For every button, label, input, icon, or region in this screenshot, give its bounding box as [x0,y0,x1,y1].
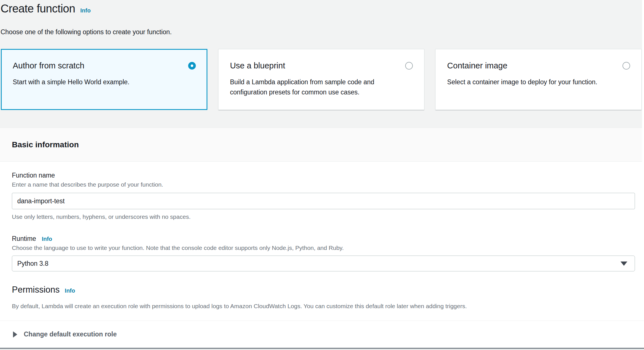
card-description: Build a Lambda application from sample c… [230,77,411,97]
card-head: Container image [447,61,630,70]
runtime-selected-value: Python 3.8 [17,260,48,267]
runtime-info-link[interactable]: Info [42,236,52,242]
function-name-description: Enter a name that describes the purpose … [12,181,635,188]
function-name-field-group: Function name Enter a name that describe… [12,171,635,221]
card-title: Container image [447,61,507,70]
card-description: Start with a simple Hello World example. [13,77,194,87]
runtime-select[interactable]: Python 3.8 [12,256,635,271]
title-row: Create function Info [1,2,644,15]
bottom-divider-shadow [0,349,644,349]
permissions-description: By default, Lambda will create an execut… [12,303,635,310]
function-name-input[interactable] [12,193,635,209]
page-header-section: Create function Info Choose one of the f… [0,0,644,128]
basic-information-header: Basic information [0,128,644,162]
title-info-link[interactable]: Info [80,7,91,14]
card-title: Author from scratch [13,61,84,70]
page-title: Create function [1,2,75,15]
expander-arrow-icon [13,331,17,338]
change-default-execution-role-expander[interactable]: Change default execution role [0,321,644,348]
permissions-heading-row: Permissions Info [12,284,635,295]
runtime-description: Choose the language to use to write your… [12,244,635,252]
card-head: Author from scratch [13,61,196,70]
card-title: Use a blueprint [230,61,285,70]
option-card-container-image[interactable]: Container image Select a container image… [435,49,642,110]
radio-selected-icon[interactable] [188,62,196,70]
creation-option-cards: Author from scratch Start with a simple … [1,49,642,110]
card-head: Use a blueprint [230,61,413,70]
option-card-author-from-scratch[interactable]: Author from scratch Start with a simple … [1,49,207,110]
option-card-use-a-blueprint[interactable]: Use a blueprint Build a Lambda applicati… [218,49,425,110]
runtime-field-group: Runtime Info Choose the language to use … [12,235,635,271]
radio-unselected-icon[interactable] [622,62,630,70]
page-subtitle: Choose one of the following options to c… [1,28,644,36]
permissions-info-link[interactable]: Info [65,288,75,294]
radio-unselected-icon[interactable] [405,62,413,70]
function-name-label: Function name [12,171,635,179]
permissions-heading: Permissions [12,284,60,295]
chevron-down-icon [621,262,627,266]
right-edge-gutter [642,0,644,162]
basic-information-heading: Basic information [12,140,79,149]
runtime-label: Runtime [12,235,36,243]
basic-information-content: Function name Enter a name that describe… [0,162,644,321]
runtime-label-row: Runtime Info [12,235,635,243]
card-description: Select a container image to deploy for y… [447,77,628,87]
expander-label: Change default execution role [24,330,117,338]
function-name-constraint: Use only letters, numbers, hyphens, or u… [12,213,635,221]
